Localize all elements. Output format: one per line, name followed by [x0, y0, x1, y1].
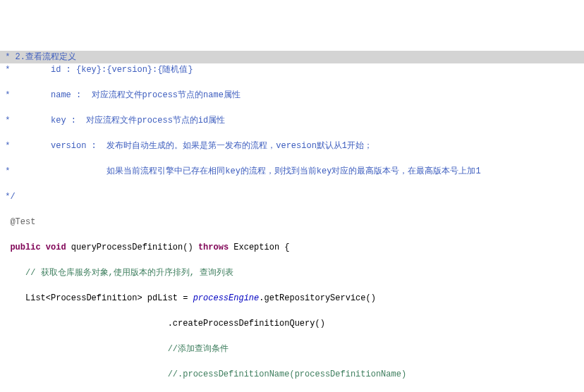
comment-block-title: * 2.查看流程定义 — [0, 52, 76, 62]
comment-block-version-1: * version : 发布时自动生成的。如果是第一发布的流程，veresion… — [0, 141, 372, 151]
keyword-void: void — [46, 243, 66, 252]
comment-block-id: * id : {key}:{version}:{随机值} — [0, 65, 193, 75]
annotation-test: @Test — [0, 217, 35, 227]
comment-add-cond: //添加查询条件 — [0, 344, 229, 354]
comment-get-repo: // 获取仓库服务对象,使用版本的升序排列, 查询列表 — [0, 268, 233, 278]
method-name: queryProcessDefinition() — [66, 243, 198, 252]
keyword-throws: throws — [198, 243, 229, 252]
method-signature-line: public void queryProcessDefinition() thr… — [0, 241, 584, 254]
comment-block-key: * key : 对应流程文件process节点的id属性 — [0, 116, 225, 125]
comment-block-version-2: * 如果当前流程引擎中已存在相同key的流程，则找到当前key对应的最高版本号，… — [0, 166, 481, 176]
comment-block-end: */ — [0, 192, 16, 202]
keyword-public: public — [10, 243, 40, 252]
comment-block-name: * name : 对应流程文件process节点的name属性 — [0, 90, 241, 100]
comment-pd-name: //.processDefinitionName(processDefiniti… — [0, 369, 406, 379]
field-process-engine: processEngine — [193, 293, 260, 303]
code-pdlist-line: List<ProcessDefinition> pdList = process… — [0, 292, 584, 305]
code-create-query: .createProcessDefinitionQuery() — [0, 319, 325, 329]
